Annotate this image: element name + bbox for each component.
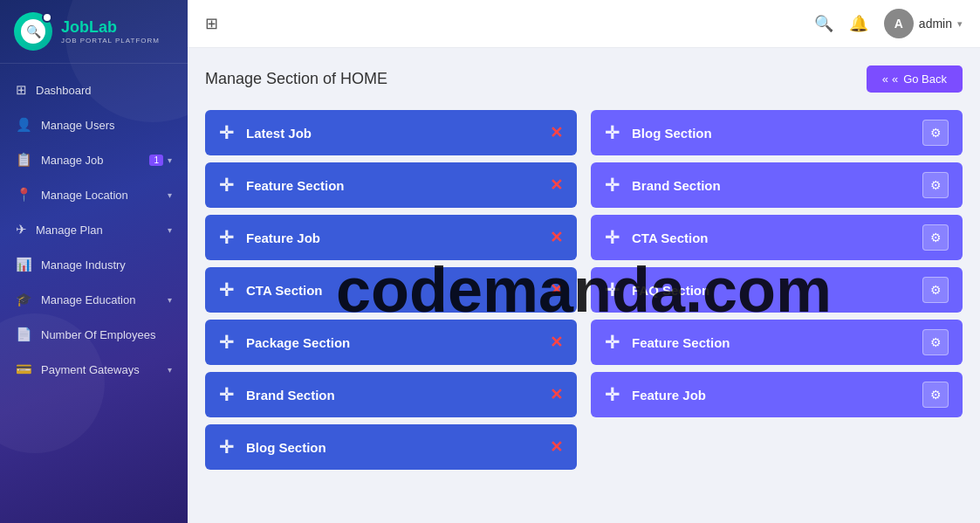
sidebar-nav: ⊞ Dashboard 👤 Manage Users 📋 Manage Job … bbox=[0, 64, 188, 523]
section-label: Package Section bbox=[246, 335, 550, 350]
left-section-item-package-section: ✛ Package Section ✕ bbox=[205, 320, 577, 365]
sections-grid: ✛ Latest Job ✕ ✛ Feature Section ✕ ✛ Fea… bbox=[205, 110, 963, 470]
left-sections-col: ✛ Latest Job ✕ ✛ Feature Section ✕ ✛ Fea… bbox=[205, 110, 577, 470]
sidebar-item-label: Payment Gateways bbox=[41, 363, 168, 376]
admin-label: admin bbox=[919, 17, 952, 31]
drag-handle-icon[interactable]: ✛ bbox=[219, 175, 234, 196]
right-section-item-cta-section-right: ✛ CTA Section ⚙ bbox=[591, 215, 963, 260]
sidebar-item-label: Dashboard bbox=[36, 84, 172, 97]
sidebar: JobLab JOB PORTAL PLATFORM ⊞ Dashboard 👤… bbox=[0, 0, 188, 523]
settings-button[interactable]: ⚙ bbox=[922, 382, 949, 408]
settings-button[interactable]: ⚙ bbox=[922, 120, 949, 146]
delete-icon[interactable]: ✕ bbox=[550, 437, 563, 457]
logo-title: JobLab bbox=[61, 19, 160, 35]
sidebar-item-label: Manage Industry bbox=[41, 258, 172, 272]
logo-icon bbox=[14, 12, 52, 51]
chevron-icon: ▾ bbox=[168, 295, 172, 305]
section-label: Feature Section bbox=[246, 178, 550, 193]
drag-handle-icon[interactable]: ✛ bbox=[605, 384, 620, 405]
settings-button[interactable]: ⚙ bbox=[922, 172, 949, 198]
job-badge: 1 bbox=[149, 155, 163, 166]
sidebar-item-dashboard[interactable]: ⊞ Dashboard bbox=[0, 72, 188, 107]
delete-icon[interactable]: ✕ bbox=[550, 228, 563, 247]
delete-icon[interactable]: ✕ bbox=[550, 385, 563, 404]
chevron-icon: ▾ bbox=[168, 365, 172, 375]
bell-icon[interactable]: 🔔 bbox=[849, 14, 868, 33]
sidebar-item-label: Manage Users bbox=[41, 119, 172, 132]
job-icon: 📋 bbox=[16, 152, 32, 168]
chevron-icon: ▾ bbox=[168, 225, 172, 235]
logo-title-part1: Job bbox=[61, 18, 89, 36]
drag-handle-icon[interactable]: ✛ bbox=[605, 122, 620, 143]
page-content: Manage Section of HOME « Go Back codeman… bbox=[188, 48, 980, 523]
settings-button[interactable]: ⚙ bbox=[922, 224, 949, 251]
section-label: CTA Section bbox=[632, 231, 922, 245]
left-section-item-feature-job-left: ✛ Feature Job ✕ bbox=[205, 215, 577, 260]
right-section-item-brand-section-right: ✛ Brand Section ⚙ bbox=[591, 162, 963, 208]
sidebar-item-manage-industry[interactable]: 📊 Manage Industry bbox=[0, 247, 188, 282]
settings-button[interactable]: ⚙ bbox=[922, 329, 949, 355]
sidebar-item-label: Number Of Employees bbox=[41, 328, 172, 341]
section-label: CTA Section bbox=[246, 283, 550, 298]
location-icon: 📍 bbox=[16, 187, 32, 203]
section-label: Brand Section bbox=[632, 178, 922, 193]
drag-handle-icon[interactable]: ✛ bbox=[219, 227, 234, 248]
back-arrow-icon: « bbox=[882, 72, 898, 86]
avatar: A bbox=[884, 9, 914, 38]
section-label: Feature Job bbox=[246, 231, 550, 245]
sidebar-logo: JobLab JOB PORTAL PLATFORM bbox=[0, 0, 188, 64]
sidebar-item-payment-gateways[interactable]: 💳 Payment Gateways ▾ bbox=[0, 352, 188, 387]
left-section-item-feature-section-left: ✛ Feature Section ✕ bbox=[205, 162, 577, 208]
sidebar-item-manage-plan[interactable]: ✈ Manage Plan ▾ bbox=[0, 212, 188, 247]
sidebar-item-manage-education[interactable]: 🎓 Manage Education ▾ bbox=[0, 282, 188, 317]
header: ⊞ 🔍 🔔 A admin ▾ bbox=[188, 0, 980, 48]
drag-handle-icon[interactable]: ✛ bbox=[605, 175, 620, 196]
expand-icon[interactable]: ⊞ bbox=[205, 14, 218, 33]
section-label: Blog Section bbox=[246, 440, 550, 455]
left-section-item-latest-job: ✛ Latest Job ✕ bbox=[205, 110, 577, 155]
drag-handle-icon[interactable]: ✛ bbox=[219, 332, 234, 353]
go-back-button[interactable]: « Go Back bbox=[867, 65, 963, 93]
sidebar-item-number-of-employees[interactable]: 📄 Number Of Employees bbox=[0, 317, 188, 352]
drag-handle-icon[interactable]: ✛ bbox=[605, 279, 620, 300]
right-section-item-faq-section: ✛ FAQ Section ⚙ bbox=[591, 267, 963, 313]
section-label: Blog Section bbox=[632, 126, 922, 141]
right-section-item-blog-section-right: ✛ Blog Section ⚙ bbox=[591, 110, 963, 155]
section-label: Feature Job bbox=[632, 388, 922, 403]
employees-icon: 📄 bbox=[16, 327, 32, 342]
sidebar-item-label: Manage Job bbox=[41, 154, 149, 167]
delete-icon[interactable]: ✕ bbox=[550, 333, 563, 352]
drag-handle-icon[interactable]: ✛ bbox=[605, 227, 620, 248]
drag-handle-icon[interactable]: ✛ bbox=[219, 437, 234, 458]
sidebar-item-manage-users[interactable]: 👤 Manage Users bbox=[0, 107, 188, 142]
section-label: Brand Section bbox=[246, 388, 550, 403]
left-section-item-cta-section-left: ✛ CTA Section ✕ bbox=[205, 267, 577, 313]
industry-icon: 📊 bbox=[16, 257, 32, 272]
sidebar-item-manage-location[interactable]: 📍 Manage Location ▾ bbox=[0, 177, 188, 212]
header-icons: 🔍 🔔 A admin ▾ bbox=[814, 9, 963, 38]
chevron-icon: ▾ bbox=[168, 190, 172, 200]
settings-button[interactable]: ⚙ bbox=[922, 277, 949, 303]
section-label: FAQ Section bbox=[632, 283, 922, 298]
delete-icon[interactable]: ✕ bbox=[550, 175, 563, 195]
drag-handle-icon[interactable]: ✛ bbox=[219, 279, 234, 300]
main-content: ⊞ 🔍 🔔 A admin ▾ Manage Section of HOME «… bbox=[188, 0, 980, 523]
users-icon: 👤 bbox=[16, 117, 32, 133]
page-title: Manage Section of HOME bbox=[205, 70, 387, 88]
logo-subtitle: JOB PORTAL PLATFORM bbox=[61, 37, 160, 45]
watermark-container: codemanda.com ✛ Latest Job ✕ ✛ Feature S… bbox=[205, 110, 963, 470]
logo-dot bbox=[42, 12, 52, 23]
delete-icon[interactable]: ✕ bbox=[550, 123, 563, 142]
drag-handle-icon[interactable]: ✛ bbox=[605, 332, 620, 353]
drag-handle-icon[interactable]: ✛ bbox=[219, 384, 234, 405]
sidebar-item-manage-job[interactable]: 📋 Manage Job 1 ▾ bbox=[0, 142, 188, 177]
drag-handle-icon[interactable]: ✛ bbox=[219, 122, 234, 143]
header-admin[interactable]: A admin ▾ bbox=[884, 9, 963, 38]
right-section-item-feature-section-right: ✛ Feature Section ⚙ bbox=[591, 320, 963, 365]
left-section-item-blog-section-left: ✛ Blog Section ✕ bbox=[205, 424, 577, 470]
sidebar-item-label: Manage Location bbox=[41, 189, 168, 202]
logo-text: JobLab JOB PORTAL PLATFORM bbox=[61, 19, 160, 45]
delete-icon[interactable]: ✕ bbox=[550, 280, 563, 299]
search-icon[interactable]: 🔍 bbox=[814, 14, 833, 33]
payment-icon: 💳 bbox=[16, 361, 32, 377]
